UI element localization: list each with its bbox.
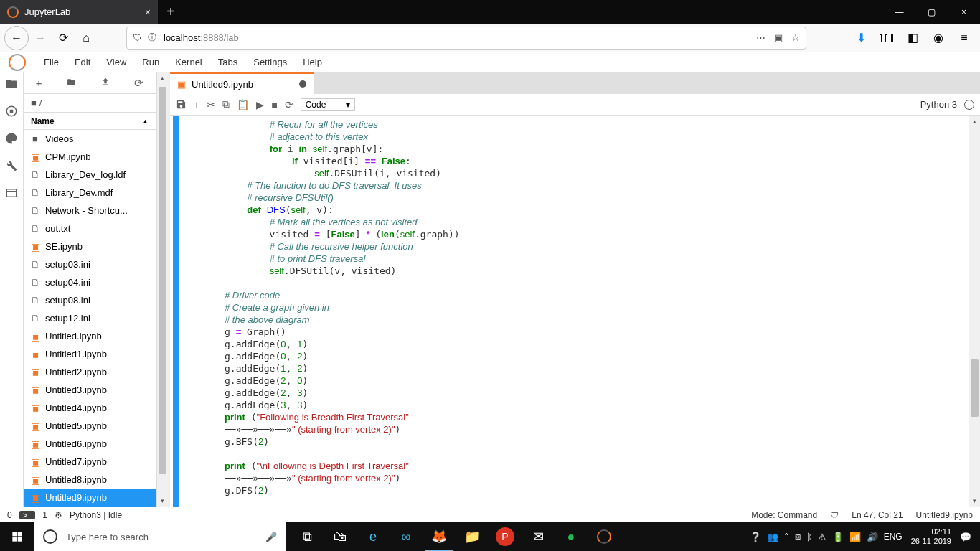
scroll-up-icon[interactable]: ▴ [157, 72, 168, 84]
gear-icon[interactable]: ⚙ [55, 510, 62, 520]
menu-file[interactable]: File [36, 54, 67, 70]
add-cell-button[interactable]: + [194, 99, 199, 110]
people-icon[interactable]: 👥 [767, 532, 778, 542]
bluetooth-icon[interactable]: ᛒ [806, 532, 812, 542]
menu-edit[interactable]: Edit [67, 54, 98, 70]
new-launcher-button[interactable]: + [36, 77, 42, 89]
file-item[interactable]: 🗋setup12.ini [24, 309, 156, 327]
store-icon[interactable]: 🛍 [324, 522, 356, 551]
reader-icon[interactable]: ▣ [774, 32, 783, 43]
spotify-icon[interactable]: ● [555, 522, 587, 551]
file-item[interactable]: ▣SE.ipynb [24, 237, 156, 255]
file-item[interactable]: ▣Untitled1.ipynb [24, 345, 156, 363]
scroll-thumb[interactable] [971, 359, 979, 417]
account-icon[interactable]: ◉ [927, 27, 950, 50]
menu-help[interactable]: Help [295, 54, 330, 70]
paste-button[interactable]: 📋 [237, 99, 249, 110]
restart-button[interactable]: ⟳ [285, 99, 293, 110]
file-item[interactable]: 🗋Library_Dev.mdf [24, 184, 156, 202]
kernel-name[interactable]: Python 3 [920, 99, 957, 110]
file-item[interactable]: ▣Untitled2.ipynb [24, 363, 156, 381]
file-item[interactable]: ▣Untitled7.ipynb [24, 453, 156, 471]
clock[interactable]: 02:11 26-11-2019 [908, 527, 954, 546]
run-button[interactable]: ▶ [256, 99, 264, 110]
wrench-icon[interactable] [4, 159, 19, 173]
new-tab-button[interactable]: + [158, 0, 184, 24]
psiphon-icon[interactable]: P [496, 527, 514, 546]
notifications-icon[interactable]: 💬 [960, 532, 971, 542]
dropbox-icon[interactable]: ⧈ [795, 531, 801, 542]
more-icon[interactable]: ⋯ [756, 32, 765, 43]
notebook-scrollbar[interactable]: ▴ ▾ [969, 116, 980, 507]
menu-view[interactable]: View [98, 54, 134, 70]
cell-collapse-bar[interactable] [173, 116, 179, 507]
window-maximize[interactable]: ▢ [915, 0, 948, 24]
mic-icon[interactable]: 🎤 [265, 532, 277, 542]
file-item[interactable]: 🗋out.txt [24, 220, 156, 237]
security-icon[interactable]: ⚠ [818, 532, 826, 542]
code-cell[interactable]: # Recur for all the vertices # adjacent … [225, 116, 969, 507]
file-item[interactable]: ▣Untitled.ipynb [24, 327, 156, 345]
downloads-icon[interactable]: ⬇ [849, 27, 872, 50]
task-view-icon[interactable]: ⧉ [291, 522, 323, 551]
running-icon[interactable] [4, 104, 19, 118]
window-minimize[interactable]: — [883, 0, 915, 24]
file-item[interactable]: 🗋Network - Shortcu... [24, 202, 156, 220]
battery-icon[interactable]: 🔋 [832, 532, 844, 542]
nav-reload[interactable]: ⟳ [52, 27, 75, 50]
search-bar[interactable]: Type here to search 🎤 [34, 522, 286, 551]
scroll-thumb[interactable] [159, 87, 166, 474]
kernel-status[interactable]: Python3 | Idle [70, 510, 122, 520]
mail-icon[interactable]: ✉ [522, 522, 554, 551]
url-bar[interactable]: 🛡 ⓘ localhost:8888/lab ⋯ ▣ ☆ [126, 27, 806, 50]
shield-icon[interactable]: 🛡 [133, 32, 142, 43]
firefox-icon[interactable]: 🦊 [423, 522, 455, 551]
file-item[interactable]: ▣Untitled6.ipynb [24, 435, 156, 453]
scroll-up-icon[interactable]: ▴ [969, 116, 980, 127]
refresh-button[interactable]: ⟳ [134, 77, 143, 90]
save-button[interactable] [176, 99, 187, 110]
jupyter-taskbar-icon[interactable] [588, 522, 620, 551]
library-icon[interactable]: ⫿⫿⫿ [875, 27, 898, 50]
file-item[interactable]: ▣Untitled8.ipynb [24, 471, 156, 489]
cut-button[interactable]: ✂ [207, 99, 215, 110]
menu-icon[interactable]: ≡ [953, 27, 976, 50]
col-header-name[interactable]: Name▲ [24, 113, 156, 130]
copy-button[interactable]: ⧉ [222, 98, 230, 110]
scroll-down-icon[interactable]: ▾ [157, 495, 168, 507]
file-browser-icon[interactable] [4, 77, 19, 91]
close-icon[interactable]: × [145, 6, 151, 18]
edge-icon[interactable]: e [357, 522, 389, 551]
menu-tabs[interactable]: Tabs [210, 54, 245, 70]
file-item[interactable]: 🗋setup08.ini [24, 291, 156, 309]
file-item[interactable]: 🗋setup03.ini [24, 255, 156, 273]
nav-home[interactable]: ⌂ [75, 27, 98, 50]
terminal-icon[interactable]: >_ [19, 511, 36, 519]
file-item[interactable]: ▣Untitled3.ipynb [24, 381, 156, 399]
file-item[interactable]: ■Videos [24, 130, 156, 148]
language-indicator[interactable]: ENG [884, 532, 903, 542]
vscode-icon[interactable]: ∞ [390, 522, 422, 551]
nav-back[interactable]: ← [4, 26, 29, 50]
file-item[interactable]: ▣Untitled5.ipynb [24, 417, 156, 435]
upload-button[interactable] [100, 77, 110, 89]
file-item[interactable]: ▣Untitled9.ipynb [24, 489, 156, 507]
help-tray-icon[interactable]: ❔ [750, 532, 761, 542]
palette-icon[interactable] [4, 131, 19, 146]
file-scrollbar[interactable]: ▴ ▾ [156, 72, 168, 507]
terminals-count[interactable]: 0 [7, 510, 12, 520]
breadcrumb[interactable]: ■ / [24, 94, 156, 113]
wifi-icon[interactable]: 📶 [849, 532, 861, 542]
file-item[interactable]: 🗋Library_Dev_log.ldf [24, 166, 156, 184]
file-item[interactable]: ▣Untitled4.ipynb [24, 399, 156, 417]
cell-type-select[interactable]: Code▾ [301, 98, 356, 111]
window-close[interactable]: × [948, 0, 980, 24]
kernel-status-icon[interactable] [964, 100, 974, 110]
browser-tab-jupyter[interactable]: JupyterLab × [0, 0, 158, 24]
start-button[interactable] [0, 522, 34, 551]
explorer-icon[interactable]: 📁 [456, 522, 488, 551]
notebook-tab[interactable]: ▣ Untitled9.ipynb [170, 72, 314, 94]
sidebar-icon[interactable]: ◧ [901, 27, 924, 50]
tabs-icon[interactable] [4, 186, 19, 200]
stop-button[interactable]: ■ [271, 99, 277, 110]
